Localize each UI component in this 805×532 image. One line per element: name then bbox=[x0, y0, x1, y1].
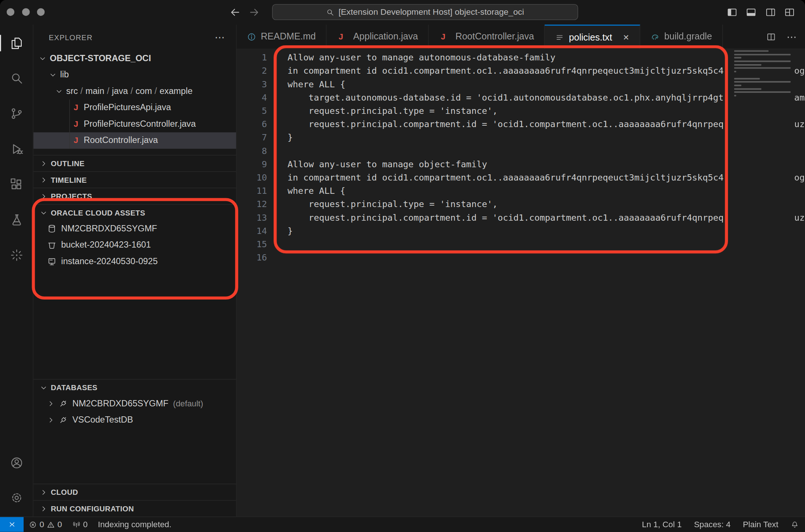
zoom-window-button[interactable] bbox=[37, 8, 45, 16]
sidebar-header: EXPLORER ⋯ bbox=[33, 25, 236, 50]
pane-timeline[interactable]: TIMELINE bbox=[33, 171, 236, 188]
tree-file-profilepicturesapi[interactable]: J ProfilePicturesApi.java bbox=[33, 99, 236, 116]
activity-accounts-button[interactable] bbox=[0, 450, 33, 475]
sidebar-more-actions-button[interactable]: ⋯ bbox=[215, 31, 225, 43]
asset-label: instance-20240530-0925 bbox=[61, 256, 158, 267]
tree-root-label: OBJECT-STORAGE_OCI bbox=[50, 53, 151, 64]
tab-label: policies.txt bbox=[569, 32, 612, 43]
tab-build-gradle[interactable]: build.gradle bbox=[640, 25, 723, 49]
layout-grid-icon bbox=[784, 7, 795, 18]
tree-root-object-storage-oci[interactable]: OBJECT-STORAGE_OCI bbox=[33, 50, 236, 67]
chevron-right-icon bbox=[39, 488, 48, 496]
notifications-button[interactable] bbox=[784, 517, 805, 532]
file-label: ProfilePicturesApi.java bbox=[84, 102, 171, 113]
code-line: 10in compartment id ocid1.compartment.oc… bbox=[237, 171, 734, 184]
code-content[interactable]: 1Allow any-user to manage autonomous-dat… bbox=[237, 51, 734, 517]
pane-oracle-cloud-assets[interactable]: ORACLE CLOUD ASSETS bbox=[33, 204, 236, 221]
more-actions-icon[interactable]: ⋯ bbox=[787, 31, 797, 43]
activity-source-control-button[interactable] bbox=[0, 101, 33, 126]
pane-label: ORACLE CLOUD ASSETS bbox=[51, 209, 145, 217]
asset-item-autonomous-database[interactable]: NM2CBRDXD65SYGMF bbox=[33, 221, 236, 237]
tree-folder-lib[interactable]: lib bbox=[33, 67, 236, 83]
code-line: 13 request.principal.compartment.id = 'o… bbox=[237, 211, 734, 224]
plug-connection-icon bbox=[58, 399, 68, 409]
tree-folder-src-main-java-com-example[interactable]: src/main/java/com/example bbox=[33, 83, 236, 100]
language-mode-status[interactable]: Plain Text bbox=[737, 517, 785, 532]
file-label: ProfilePicturesController.java bbox=[84, 119, 196, 129]
chevron-right-icon bbox=[47, 416, 55, 424]
tree-file-rootcontroller-selected[interactable]: J RootController.java bbox=[33, 132, 236, 149]
pane-label: TIMELINE bbox=[51, 176, 87, 184]
customize-layout-button[interactable] bbox=[784, 7, 795, 18]
close-window-button[interactable] bbox=[7, 8, 14, 16]
navigate-forward-button[interactable] bbox=[247, 5, 261, 20]
tree-indent-guide bbox=[69, 99, 70, 149]
tab-label: build.gradle bbox=[664, 31, 712, 42]
gear-icon bbox=[10, 491, 24, 505]
problems-status[interactable]: 0 0 bbox=[24, 517, 67, 532]
code-line: 11where ALL { bbox=[237, 184, 734, 197]
pane-databases[interactable]: DATABASES bbox=[33, 379, 236, 396]
tab-label: RootController.java bbox=[455, 31, 534, 42]
toggle-primary-sidebar-button[interactable] bbox=[726, 7, 738, 18]
split-editor-icon[interactable] bbox=[766, 32, 776, 42]
file-label: RootController.java bbox=[84, 136, 158, 146]
navigate-back-button[interactable] bbox=[228, 5, 242, 20]
compute-instance-icon bbox=[47, 256, 57, 267]
editor-group-actions: ⋯ bbox=[766, 25, 805, 49]
tab-rootcontroller-java[interactable]: J RootController.java bbox=[429, 25, 545, 49]
activity-run-debug-button[interactable] bbox=[0, 136, 33, 161]
pane-run-configuration[interactable]: RUN CONFIGURATION bbox=[33, 500, 236, 517]
pane-cloud[interactable]: CLOUD bbox=[33, 484, 236, 500]
database-barrel-icon bbox=[47, 224, 57, 234]
chevron-right-icon bbox=[39, 176, 48, 184]
asset-item-compute-instance[interactable]: instance-20240530-0925 bbox=[33, 253, 236, 270]
code-line: 6 request.principal.compartment.id = 'oc… bbox=[237, 118, 734, 131]
code-line: 15 bbox=[237, 238, 734, 251]
indentation-status[interactable]: Spaces: 4 bbox=[688, 517, 736, 532]
path-separator: / bbox=[104, 86, 112, 97]
close-icon[interactable]: ✕ bbox=[623, 33, 629, 42]
asset-item-bucket[interactable]: bucket-20240423-1601 bbox=[33, 237, 236, 253]
pane-outline[interactable]: OUTLINE bbox=[33, 155, 236, 171]
cursor-position-status[interactable]: Ln 1, Col 1 bbox=[636, 517, 688, 532]
path-segment: main bbox=[86, 86, 104, 97]
minimap[interactable] bbox=[734, 49, 791, 105]
radio-tower-icon bbox=[72, 520, 80, 528]
ports-status[interactable]: 0 bbox=[67, 517, 93, 532]
activity-settings-button[interactable] bbox=[0, 485, 33, 510]
tab-application-java[interactable]: J Application.java bbox=[326, 25, 428, 49]
remote-window-icon bbox=[7, 520, 16, 529]
path-segment: com bbox=[135, 86, 152, 97]
code-line: 12 request.principal.type = 'instance', bbox=[237, 197, 734, 211]
tree-file-profilepicturescontroller[interactable]: J ProfilePicturesController.java bbox=[33, 116, 236, 133]
toggle-secondary-sidebar-button[interactable] bbox=[765, 7, 776, 18]
command-center-search[interactable]: [Extension Development Host] object-stor… bbox=[272, 4, 578, 20]
chevron-down-icon bbox=[55, 87, 63, 95]
activity-search-button[interactable] bbox=[0, 66, 33, 90]
toggle-panel-button[interactable] bbox=[746, 7, 757, 18]
java-file-icon: J bbox=[72, 103, 80, 112]
overflow-text-fragment: uz bbox=[794, 211, 805, 224]
code-line: 16 bbox=[237, 251, 734, 264]
chevron-down-icon bbox=[38, 55, 46, 63]
code-line: 1Allow any-user to manage autonomous-dat… bbox=[237, 51, 734, 64]
tab-policies-txt-active[interactable]: policies.txt ✕ bbox=[545, 25, 640, 49]
activity-oracle-extension-button[interactable] bbox=[0, 243, 33, 267]
database-connection-vscodetestdb[interactable]: VSCodeTestDB bbox=[33, 412, 236, 428]
minimize-window-button[interactable] bbox=[22, 8, 30, 16]
database-connection-nm2cbrdxd65sygmf[interactable]: NM2CBRDXD65SYGMF (default) bbox=[33, 395, 236, 412]
remote-indicator[interactable] bbox=[0, 517, 24, 532]
tab-label: README.md bbox=[261, 31, 316, 42]
tab-readme-md[interactable]: README.md bbox=[237, 25, 327, 49]
overflow-text-fragment: am2 bbox=[794, 91, 805, 104]
path-separator: / bbox=[78, 86, 86, 97]
chevron-down-icon bbox=[39, 384, 48, 392]
editor-area[interactable]: 1Allow any-user to manage autonomous-dat… bbox=[237, 49, 805, 517]
path-separator: / bbox=[152, 86, 160, 97]
activity-explorer-button[interactable] bbox=[0, 31, 33, 56]
pane-projects[interactable]: PROJECTS bbox=[33, 188, 236, 204]
activity-testing-button[interactable] bbox=[0, 207, 33, 232]
activity-extensions-button[interactable] bbox=[0, 172, 33, 196]
code-line: 2in compartment id ocid1.compartment.oc1… bbox=[237, 64, 734, 77]
